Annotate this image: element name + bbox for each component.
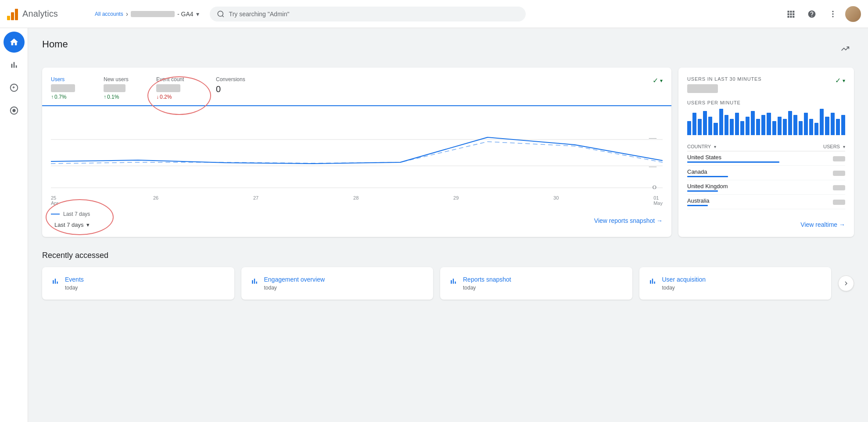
country-bar	[687, 176, 728, 177]
recently-card-icon	[250, 277, 259, 288]
main-chart-card: Users ↑0.7% New users ↑0.1%	[42, 68, 671, 237]
logo-bar-2	[11, 12, 14, 20]
mini-bar	[778, 117, 782, 135]
sidebar	[0, 28, 28, 422]
mini-bar	[788, 111, 792, 135]
mini-bar	[831, 113, 835, 135]
mini-bar	[703, 111, 707, 135]
sidebar-item-advertising[interactable]	[4, 100, 25, 121]
realtime-dropdown-button[interactable]: ✓ ▾	[835, 76, 845, 90]
metric-tab-event-count[interactable]: Event count ↓0.2%	[156, 76, 209, 105]
svg-point-12	[832, 16, 833, 17]
bar-chart-icon	[9, 60, 19, 70]
recently-card-engagement_overview[interactable]: Engagement overview today	[241, 267, 434, 300]
ga4-label: - GA4	[177, 11, 194, 18]
x-label-2: 27	[253, 195, 258, 206]
realtime-footer: View realtime →	[687, 216, 845, 228]
user-avatar[interactable]	[845, 6, 861, 22]
users-label: Users	[51, 76, 97, 82]
country-col-header[interactable]: COUNTRY ▾	[687, 142, 790, 151]
realtime-check-icon: ✓	[835, 76, 841, 85]
recently-accessed-title: Recently accessed	[42, 251, 854, 260]
svg-point-11	[832, 13, 833, 14]
help-icon	[807, 10, 816, 18]
app-name: Analytics	[22, 9, 58, 19]
recently-accessed-section: Recently accessed Events today Engagemen…	[42, 251, 854, 300]
svg-text:—: —	[649, 164, 657, 169]
mini-bar	[746, 117, 750, 135]
mini-bar	[825, 117, 829, 135]
svg-rect-3	[793, 11, 794, 12]
mini-bar	[740, 121, 744, 135]
date-range-label: Last 7 days	[54, 222, 84, 228]
chevron-down-icon[interactable]: ▾	[196, 11, 199, 18]
mini-bar	[836, 119, 840, 135]
recently-card-user_acquisition[interactable]: User acquisition today	[639, 267, 832, 300]
next-arrow-button[interactable]	[838, 275, 854, 291]
country-name-cell: United Kingdom	[687, 180, 790, 195]
mini-bar	[814, 123, 818, 135]
view-realtime-link[interactable]: View realtime →	[800, 221, 845, 228]
country-table-row: Canada	[687, 166, 845, 180]
mini-bar	[767, 113, 771, 135]
help-button[interactable]	[803, 5, 821, 23]
svg-rect-5	[790, 13, 792, 15]
metric-tab-users[interactable]: Users ↑0.7%	[51, 76, 104, 106]
users-change: ↑0.7%	[51, 94, 97, 100]
realtime-dropdown-arrow-icon: ▾	[843, 78, 845, 84]
trend-icon-button[interactable]	[836, 40, 854, 57]
x-label-6: 01May	[653, 195, 663, 206]
view-realtime-text: View realtime →	[800, 221, 845, 228]
country-table: COUNTRY ▾ USERS ▾ United States	[687, 142, 845, 209]
mini-bar-chart	[687, 109, 845, 135]
home-icon	[9, 37, 19, 47]
more-button[interactable]	[824, 5, 842, 23]
all-accounts-link[interactable]: All accounts	[95, 11, 123, 17]
event-count-change: ↓0.2%	[156, 94, 202, 100]
chart-area: — — 0 25Apr 26 27 28 29 30 01May	[42, 106, 671, 206]
sidebar-item-explore[interactable]	[4, 77, 25, 98]
metric-dropdown-button[interactable]: ✓ ▾	[653, 76, 663, 90]
event-count-label: Event count	[156, 76, 202, 82]
recently-cards: Events today Engagement overview today R…	[42, 267, 854, 300]
up-arrow-icon-2: ↑	[104, 94, 106, 100]
svg-point-10	[832, 11, 833, 12]
new-users-change: ↑0.1%	[104, 94, 149, 100]
mini-bar	[804, 113, 808, 135]
recently-card-name: Events	[65, 276, 84, 283]
mini-bar	[841, 115, 845, 135]
country-bar	[687, 161, 779, 163]
country-users-cell	[790, 151, 845, 166]
users-col-header[interactable]: USERS ▾	[790, 142, 845, 151]
country-users-blurred	[833, 185, 845, 190]
more-icon	[829, 10, 837, 18]
realtime-card: USERS IN LAST 30 MINUTES ✓ ▾ USERS PER M…	[678, 68, 854, 237]
country-table-row: United Kingdom	[687, 180, 845, 195]
legend-label: Last 7 days	[63, 211, 90, 217]
country-name-cell: Canada	[687, 166, 790, 180]
mini-bar	[719, 109, 723, 135]
metric-tab-conversions[interactable]: Conversions 0	[209, 76, 262, 100]
account-selector[interactable]: All accounts › - GA4 ▾	[95, 10, 199, 18]
report-chart-icon	[51, 277, 60, 286]
mini-bar	[730, 119, 734, 135]
recently-card-events[interactable]: Events today	[42, 267, 234, 300]
apps-button[interactable]	[782, 5, 800, 23]
analytics-logo	[7, 8, 18, 20]
sidebar-item-home[interactable]	[4, 32, 25, 53]
recently-card-time: today	[662, 285, 706, 291]
view-reports-snapshot-link[interactable]: View reports snapshot →	[594, 217, 663, 224]
svg-rect-1	[788, 11, 789, 12]
country-bar	[687, 205, 708, 206]
mini-bar	[761, 115, 765, 135]
new-users-label: New users	[104, 76, 149, 82]
search-box[interactable]: Try searching "Admin"	[210, 7, 526, 21]
country-name-cell: Australia	[687, 195, 790, 209]
metric-tab-new-users[interactable]: New users ↑0.1%	[104, 76, 156, 105]
recently-card-reports_snapshot[interactable]: Reports snapshot today	[440, 267, 632, 300]
mini-bar	[809, 119, 813, 135]
sidebar-item-reports[interactable]	[4, 54, 25, 75]
x-label-0: 25Apr	[51, 195, 58, 206]
svg-rect-7	[788, 16, 789, 18]
date-range-selector[interactable]: Last 7 days ▾	[51, 220, 93, 230]
